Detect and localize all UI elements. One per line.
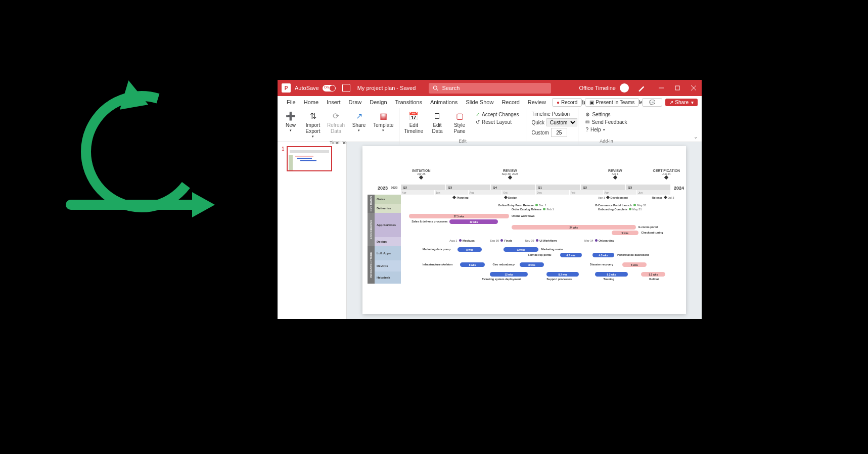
task-bar: 8.2 wks <box>546 272 579 277</box>
task-bar: 8 wks <box>460 262 484 267</box>
row-design: Design <box>375 237 401 246</box>
reset-icon: ↺ <box>476 119 480 125</box>
edit-data-icon: 🗒 <box>432 111 442 121</box>
section-keydates: KEY DATES <box>368 195 375 213</box>
document-title: My project plan - Saved <box>357 85 416 91</box>
pen-icon[interactable] <box>638 84 645 92</box>
svg-marker-3 <box>192 192 215 217</box>
section-infrastructure: INFRASTRUCTURE <box>368 246 375 284</box>
present-in-teams-button[interactable]: ▣Present in Teams <box>585 98 639 107</box>
task-bar: 8 wks <box>622 262 647 267</box>
user-avatar[interactable] <box>620 83 629 93</box>
refresh-icon: ⟳ <box>331 111 341 121</box>
row-gates: Gates <box>375 195 401 204</box>
task-bar: 24 wks <box>512 225 636 230</box>
collapse-ribbon-button[interactable]: ⌄ <box>694 134 698 140</box>
slide-canvas-area[interactable]: 2023 2024 INITIATIONApr 25 REVIEWSep 30,… <box>347 142 702 319</box>
task-bar: 27.5 wks <box>409 214 509 218</box>
row-app-services: App Services <box>375 213 401 237</box>
svg-point-4 <box>433 86 437 89</box>
feedback-icon: ✉ <box>585 119 589 125</box>
ribbon-group-timeline: ➕New▾ ⇅Import Export▾ ⟳Refresh Data ↗Sha… <box>278 108 399 145</box>
slide-thumbnail[interactable] <box>287 146 332 171</box>
row-helpdesk: Helpdesk <box>375 271 401 284</box>
task-bar: 8 wks <box>458 247 482 252</box>
task-bar: 4.7 wks <box>560 253 582 257</box>
row-lob-apps: LoB Apps <box>375 246 401 260</box>
share-icon: ↗ <box>354 111 364 121</box>
minimize-button[interactable] <box>653 80 669 96</box>
import-export-icon: ⇅ <box>308 111 318 121</box>
maximize-button[interactable] <box>669 80 686 96</box>
edit-timeline-button[interactable]: 📅Edit Timeline <box>402 110 425 138</box>
save-icon[interactable] <box>342 84 350 92</box>
menu-transitions[interactable]: Transitions <box>391 96 426 108</box>
autosave-toggle[interactable]: On <box>323 85 336 92</box>
import-export-button[interactable]: ⇅Import Export▾ <box>303 110 323 140</box>
new-button[interactable]: ➕New▾ <box>281 110 301 140</box>
edit-data-button[interactable]: 🗒Edit Data <box>427 110 447 138</box>
month-axis: AprJunAugOctDecFebAprJun <box>401 190 671 195</box>
ribbon: ➕New▾ ⇅Import Export▾ ⟳Refresh Data ↗Sha… <box>278 108 702 142</box>
title-bar: P AutoSave On My project plan - Saved Of… <box>278 80 702 96</box>
comments-button[interactable]: 💬 <box>642 98 662 107</box>
menu-file[interactable]: File <box>283 96 300 108</box>
settings-button[interactable]: ⚙Settings <box>583 111 629 118</box>
menu-slideshow[interactable]: Slide Show <box>462 96 497 108</box>
row-devops: DevOps <box>375 260 401 271</box>
autosave-label: AutoSave <box>295 85 319 91</box>
timeline-position-label: Timeline Position <box>531 111 573 117</box>
help-icon: ? <box>585 127 588 132</box>
task-bar: 5.2 wks <box>641 272 665 277</box>
custom-position-input[interactable] <box>551 128 567 137</box>
powerpoint-window: P AutoSave On My project plan - Saved Of… <box>278 80 702 319</box>
task-bar: 12 wks <box>504 247 538 252</box>
powerpoint-logo-icon: P <box>282 83 291 93</box>
record-button[interactable]: ●Record <box>552 98 582 107</box>
search-input[interactable] <box>441 84 546 92</box>
task-bar: 5 wks <box>612 231 638 235</box>
svg-rect-7 <box>675 86 679 90</box>
reset-layout-button[interactable]: ↺Reset Layout <box>474 119 521 125</box>
slide-number: 1 <box>282 146 285 315</box>
template-button[interactable]: ▦Template▾ <box>371 110 396 140</box>
slide-thumbnail-panel: 1 <box>278 142 347 319</box>
menu-draw[interactable]: Draw <box>345 96 366 108</box>
menu-animations[interactable]: Animations <box>426 96 462 108</box>
search-icon <box>433 85 438 91</box>
gear-icon: ⚙ <box>585 112 590 117</box>
task-bar: 8.2 wks <box>595 272 627 277</box>
share-button[interactable]: ↗Share▾ <box>665 99 698 106</box>
section-engineering: ENGINEERING <box>368 213 375 246</box>
menu-home[interactable]: Home <box>300 96 323 108</box>
share-timeline-button[interactable]: ↗Share▾ <box>349 110 369 140</box>
menu-insert[interactable]: Insert <box>323 96 345 108</box>
search-box[interactable] <box>429 83 551 94</box>
svg-point-0 <box>77 87 206 216</box>
menu-record[interactable]: Record <box>497 96 523 108</box>
accept-changes-button[interactable]: ✓Accept Changes <box>474 111 521 118</box>
refresh-data-button[interactable]: ⟳Refresh Data <box>325 110 347 140</box>
style-pane-button[interactable]: ▢Style Pane <box>449 110 470 138</box>
svg-line-5 <box>436 89 438 90</box>
slide-content: 2023 2024 INITIATIONApr 25 REVIEWSep 30,… <box>362 146 686 314</box>
agile-cycle-icon <box>66 76 217 228</box>
task-bar: 12 wks <box>490 272 528 277</box>
template-icon: ▦ <box>378 111 388 121</box>
help-button[interactable]: ?Help▾ <box>583 126 629 133</box>
new-icon: ➕ <box>286 111 296 121</box>
task-bar: 4.3 wks <box>592 253 614 257</box>
ribbon-group-position: Timeline Position QuickCustom Custom <box>526 108 578 145</box>
ribbon-group-addin: ⚙Settings ✉Send Feedback ?Help▾ Add-In <box>578 108 634 145</box>
ribbon-group-edit: 📅Edit Timeline 🗒Edit Data ▢Style Pane ✓A… <box>399 108 527 145</box>
send-feedback-button[interactable]: ✉Send Feedback <box>583 119 629 125</box>
close-button[interactable] <box>686 80 702 96</box>
menu-design[interactable]: Design <box>366 96 391 108</box>
menu-bar: File Home Insert Draw Design Transitions… <box>278 96 702 108</box>
workspace: 1 2023 2024 INITIATIONApr 25 REVIEWSep 3… <box>278 142 702 319</box>
task-bar: 12 wks <box>449 219 498 224</box>
check-icon: ✓ <box>476 112 480 117</box>
menu-review[interactable]: Review <box>524 96 550 108</box>
quick-position-select[interactable]: Custom <box>546 118 577 126</box>
year-end: 2024 <box>674 186 684 191</box>
